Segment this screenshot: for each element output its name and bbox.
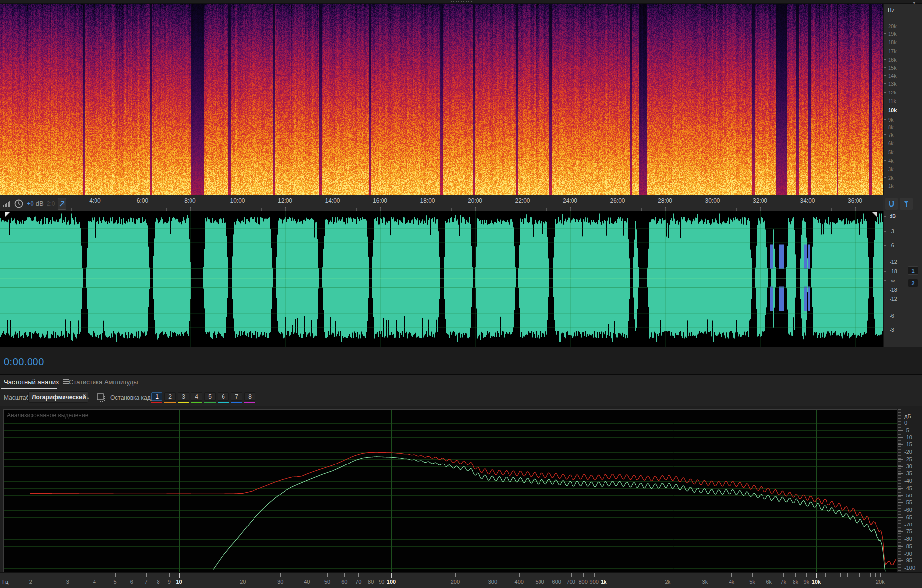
spectrogram-ruler-label: 19k	[888, 31, 911, 37]
timeline-label: 10:00	[230, 197, 245, 204]
db-axis-label: -65	[904, 514, 912, 520]
waveform-display[interactable]	[0, 211, 883, 347]
drag-handle-icon[interactable]	[451, 1, 473, 2]
framehold-button-7[interactable]: 7	[231, 392, 242, 401]
db-axis-tick	[898, 444, 903, 445]
spectrogram-panel[interactable]: Hz 20k19k18k17k16k15k14k13k12k11k10k9k8k…	[0, 4, 922, 195]
spectrogram-ruler-tick	[884, 67, 886, 68]
pin-hud-button[interactable]	[58, 198, 66, 210]
framehold-button-5[interactable]: 5	[204, 392, 216, 401]
db-axis-tick	[898, 560, 903, 561]
db-axis-tick	[898, 546, 903, 547]
timeline-ruler[interactable]: +0 dB 2:0 4:006:008:0010:0012:0014:0016:…	[0, 195, 922, 211]
db-unit-label: дБ	[904, 413, 911, 419]
waveform-amplitude-ruler[interactable]: dB-3-6-12-18-∞-18-12-6-312	[883, 211, 922, 347]
timeline-label: 4:00	[89, 197, 100, 204]
hz-axis-tick	[795, 573, 796, 577]
spectrogram-frequency-ruler[interactable]: Hz 20k19k18k17k16k15k14k13k12k11k10k9k8k…	[883, 4, 922, 195]
timeline-label: 20:00	[468, 197, 482, 204]
timeline-tick-minor	[428, 208, 428, 211]
copy-snapshot-button[interactable]	[96, 393, 106, 402]
clock-icon[interactable]	[14, 199, 24, 209]
hz-axis-tick	[95, 573, 95, 577]
framehold-button-6[interactable]: 6	[218, 392, 229, 401]
hz-axis-label: 1k	[601, 579, 606, 585]
hz-axis-label: 800	[578, 579, 587, 585]
snap-button[interactable]	[885, 198, 898, 210]
spectrogram-display[interactable]	[0, 4, 883, 195]
tab-amplitude-statistics[interactable]: Статистика Амплитуды	[69, 375, 138, 389]
scale-dropdown[interactable]: Логарифмический ⌄	[28, 391, 88, 403]
framehold-button-8[interactable]: 8	[244, 392, 255, 401]
timeline-tick-minor	[760, 208, 761, 211]
hz-axis-tick	[705, 573, 705, 577]
hz-axis-tick	[880, 573, 881, 577]
timeline-label: 8:00	[184, 197, 195, 204]
tab-menu-icon[interactable]	[63, 379, 69, 385]
timeline-label: 12:00	[278, 197, 292, 204]
timeline-label: 6:00	[137, 197, 148, 204]
tab-frequency-analysis[interactable]: Частотный анализ	[4, 375, 69, 389]
gain-value[interactable]: +0	[27, 200, 34, 207]
timeline-tick-minor	[570, 208, 571, 211]
db-axis-label: -55	[904, 499, 912, 505]
spectrogram-ruler-label: 5k	[888, 149, 911, 155]
selection-grip-left[interactable]	[5, 212, 10, 217]
levels-bars-icon[interactable]	[3, 200, 11, 208]
spectrogram-ruler-label: 7k	[888, 132, 911, 138]
timeline-tick-minor	[214, 208, 214, 211]
hz-axis-minor-tick	[833, 573, 833, 577]
faded-time-readout: 2:0	[47, 200, 55, 207]
timeline-tick-minor	[48, 208, 48, 211]
frequency-chart[interactable]	[4, 410, 897, 572]
timeline-label: 26:00	[610, 197, 625, 204]
hz-axis-label: 8k	[793, 579, 798, 585]
db-axis-tick	[898, 517, 903, 518]
spectrogram-ruler-label: 9k	[888, 117, 911, 123]
timeline-tick-minor	[855, 208, 856, 211]
panel-drag-strip[interactable]: ▾	[0, 0, 922, 4]
db-axis-tick	[898, 452, 903, 452]
db-axis-label: -10	[904, 434, 912, 440]
framehold-color-bar	[151, 402, 162, 403]
timeline-tools	[883, 195, 922, 212]
waveform-hud-controls: +0 dB 2:0	[0, 195, 65, 212]
hz-axis-tick	[493, 573, 493, 577]
timeline-tick-minor	[451, 208, 452, 211]
spectrogram-ruler-tick	[884, 152, 886, 152]
waveform-ruler-tick	[884, 330, 886, 330]
framehold-color-bar	[191, 402, 202, 403]
db-axis-label: -90	[904, 551, 912, 557]
framehold-button-4[interactable]: 4	[191, 392, 202, 401]
timeline-label: 18:00	[420, 197, 435, 204]
spectrogram-ruler-tick	[884, 169, 886, 169]
channel-button-1[interactable]: 1	[908, 266, 918, 275]
playhead-time-display[interactable]: 0:00.000	[4, 356, 44, 368]
hz-axis-tick	[68, 573, 68, 577]
selection-grip-right[interactable]	[872, 212, 877, 217]
spectrogram-ruler-label: 17k	[888, 48, 911, 54]
gain-unit-label: dB	[36, 200, 44, 207]
framehold-button-1[interactable]: 1	[151, 392, 162, 401]
waveform-ruler-label: dB	[890, 213, 896, 219]
hz-axis-tick	[159, 573, 159, 577]
marker-button[interactable]	[900, 198, 913, 210]
hz-axis-minor-tick	[870, 573, 871, 577]
hz-axis-minor-tick	[875, 573, 876, 577]
hz-axis-label: 900	[590, 579, 599, 585]
waveform-panel[interactable]: dB-3-6-12-18-∞-18-12-6-312	[0, 211, 922, 347]
chevron-down-icon: ⌄	[86, 395, 90, 400]
spectrogram-ruler-label: 6k	[888, 140, 911, 146]
timeline-label: 32:00	[753, 197, 767, 204]
db-axis-tick	[898, 510, 903, 510]
timeline-tick-minor	[285, 208, 286, 211]
hz-axis-label: 6k	[766, 579, 772, 585]
channel-button-2[interactable]: 2	[908, 279, 918, 287]
db-axis-tick	[898, 495, 903, 496]
framehold-button-2[interactable]: 2	[164, 392, 176, 401]
timeline-tick-minor	[831, 208, 832, 211]
spectrogram-ruler-tick	[884, 83, 886, 84]
analysis-tabs: Частотный анализСтатистика Амплитуды	[0, 375, 922, 389]
spectrogram-ruler-tick	[884, 160, 886, 161]
framehold-button-3[interactable]: 3	[178, 392, 189, 401]
